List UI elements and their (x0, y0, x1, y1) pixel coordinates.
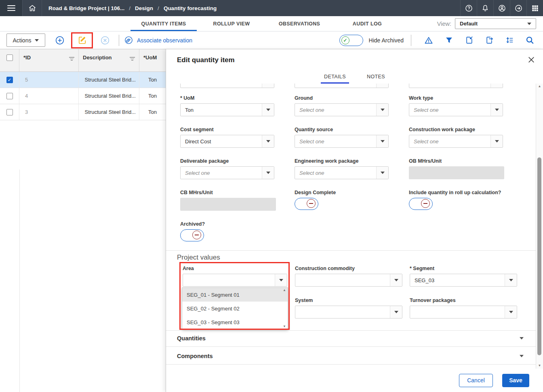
row-checkbox[interactable] (6, 93, 13, 99)
import-button[interactable] (459, 31, 479, 49)
cancel-button[interactable]: Cancel (459, 374, 493, 387)
quantity-items-table: *ID Description *UoM ✓ 5 Structural Stee… (0, 49, 166, 392)
quantity-source-select[interactable]: Select one (295, 135, 389, 148)
account-button[interactable] (493, 0, 510, 16)
table-header-checkbox-cell (0, 49, 19, 71)
home-icon (28, 4, 36, 12)
search-button[interactable] (520, 31, 540, 49)
components-section-header[interactable]: Components (177, 349, 524, 363)
save-button[interactable]: Save (502, 374, 529, 387)
app-switcher-button[interactable] (526, 0, 543, 16)
add-quantity-item-button[interactable] (51, 31, 69, 49)
select-all-checkbox[interactable] (6, 55, 13, 61)
associate-observation-button[interactable]: Associate observation (124, 36, 192, 45)
section-divider (166, 346, 536, 347)
row-height-button[interactable] (499, 31, 520, 49)
breadcrumb-project[interactable]: Road & Bridge Project | 106... (48, 5, 124, 11)
filter-icon[interactable] (130, 56, 135, 61)
tab-audit-log[interactable]: AUDIT LOG (333, 16, 401, 31)
scrollbar-thumb[interactable] (537, 157, 541, 355)
include-rollup-toggle[interactable] (409, 198, 433, 210)
dropdown-scrollbar[interactable]: ▲ ▼ (282, 289, 287, 328)
tab-notes[interactable]: NOTES (364, 69, 387, 84)
segment-select[interactable]: SEG_03 (410, 274, 517, 287)
chevron-down-icon (520, 337, 524, 340)
row-checkbox-checked[interactable]: ✓ (6, 77, 13, 83)
panel-form: * UoM Ton Ground Select one Work type Se… (166, 84, 536, 369)
scroll-up-icon[interactable]: ▲ (536, 85, 543, 88)
field-construction-commodity: Construction commodity (295, 266, 402, 287)
row-checkbox[interactable] (6, 109, 13, 115)
cell-id: 3 (19, 104, 79, 120)
breadcrumb-page: Quantity forecasting (164, 5, 217, 11)
table-header-uom[interactable]: *UoM (139, 49, 166, 71)
export-button[interactable] (479, 31, 499, 49)
breadcrumb-separator: / (129, 5, 130, 11)
filter-button[interactable] (439, 31, 459, 49)
clipped-select[interactable] (409, 84, 503, 88)
engineering-work-package-select[interactable]: Select one (295, 166, 389, 179)
table-row[interactable]: ✓ 5 Structural Steel Brid... Ton (0, 72, 166, 88)
scroll-down-icon[interactable]: ▼ (536, 364, 543, 367)
cell-description: Structural Steel Brid... (79, 72, 139, 88)
chevron-down-icon (394, 311, 398, 313)
area-option-seg01[interactable]: SEG_01 - Segment 01 (182, 288, 288, 302)
area-option-seg02[interactable]: SEG_02 - Segment 02 (182, 302, 288, 315)
field-system: System (295, 298, 402, 319)
area-select-open[interactable] (183, 274, 287, 287)
area-option-seg03[interactable]: SEG_03 - Segment 03 (182, 315, 288, 329)
table-row[interactable]: 3 Structural Steel Brid... Ton (0, 104, 166, 120)
chevron-down-icon (266, 140, 270, 143)
scroll-up-icon[interactable]: ▲ (283, 289, 286, 292)
turnover-packages-select[interactable] (410, 306, 517, 319)
actions-button[interactable]: Actions (6, 34, 45, 47)
cost-segment-select[interactable]: Direct Cost (180, 135, 274, 148)
close-icon (527, 56, 535, 64)
cell-uom: Ton (139, 88, 166, 104)
clipped-select[interactable] (180, 84, 274, 88)
tab-rollup-view[interactable]: ROLLUP VIEW (198, 16, 265, 31)
scroll-down-icon[interactable]: ▼ (283, 325, 286, 328)
view-dropdown[interactable]: Default (455, 18, 536, 29)
table-header-description[interactable]: Description (79, 49, 139, 71)
close-panel-button[interactable] (526, 54, 537, 65)
hamburger-menu-button[interactable] (0, 0, 23, 16)
hide-archived-toggle[interactable]: ✓ (339, 35, 363, 46)
toolbar-right: ✓ Hide Archived (339, 31, 543, 49)
panel-scrollbar[interactable]: ▲ ▼ (536, 84, 543, 369)
archived-toggle[interactable] (180, 229, 204, 241)
row-height-icon (505, 36, 514, 45)
notifications-button[interactable] (477, 0, 493, 16)
quantities-section-header[interactable]: Quantities (177, 331, 524, 346)
tab-details[interactable]: DETAILS (322, 69, 348, 84)
table-header-id[interactable]: *ID (19, 49, 79, 71)
deliverable-package-select[interactable]: Select one (180, 166, 274, 179)
construction-work-package-select[interactable]: Select one (409, 135, 503, 148)
section-divider (166, 330, 536, 331)
sign-out-button[interactable] (510, 0, 526, 16)
edit-quantity-item-button[interactable] (73, 34, 91, 47)
home-button[interactable] (23, 0, 42, 16)
issues-button[interactable] (419, 31, 439, 49)
chevron-down-icon (509, 279, 513, 281)
field-area: Area (183, 266, 287, 287)
work-type-select[interactable]: Select one (409, 103, 503, 116)
field-cb-mhrs-unit: CB MHrs/Unit (180, 190, 276, 211)
hamburger-icon (7, 4, 15, 13)
delete-quantity-item-button-disabled[interactable] (96, 31, 114, 49)
design-complete-toggle[interactable] (295, 198, 318, 210)
table-row[interactable]: 4 Structural Steel Brid... Ton (0, 88, 166, 104)
filter-icon[interactable] (69, 56, 74, 61)
system-select[interactable] (295, 306, 402, 319)
construction-commodity-select[interactable] (295, 274, 402, 287)
clipped-select[interactable] (295, 84, 389, 88)
filter-funnel-icon (445, 36, 453, 44)
breadcrumb-section[interactable]: Design (135, 5, 153, 11)
ground-select[interactable]: Select one (295, 103, 389, 116)
chevron-down-icon (266, 172, 270, 174)
chevron-down-icon (495, 140, 499, 143)
tab-observations[interactable]: OBSERVATIONS (265, 16, 333, 31)
uom-select[interactable]: Ton (180, 103, 274, 116)
help-button[interactable] (460, 0, 477, 16)
tab-quantity-items[interactable]: QUANTITY ITEMS (130, 16, 198, 31)
